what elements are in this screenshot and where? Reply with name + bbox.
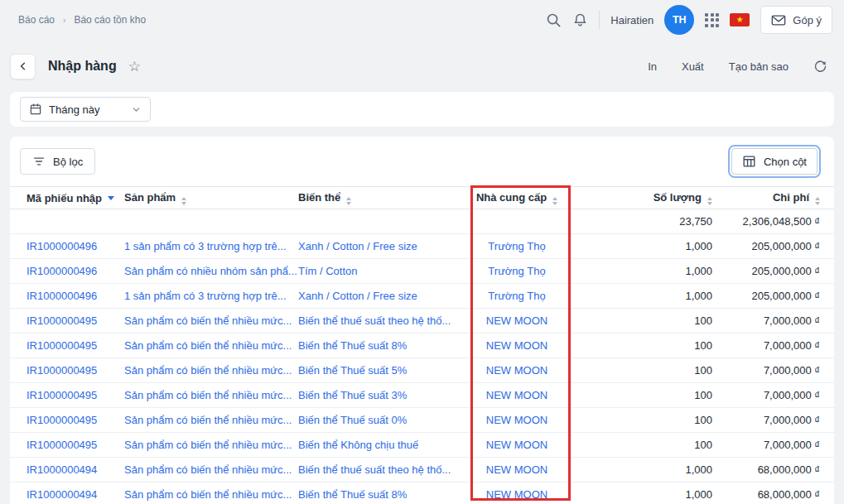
supplier-cell[interactable]: NEW MOON (462, 309, 572, 334)
product-cell[interactable]: Sản phẩm có biến thể nhiều mức... (124, 334, 298, 358)
variant-cell[interactable]: Biến thể thuế suất theo hệ thố... (298, 309, 462, 334)
report-table: Mã phiếu nhập Sản phẩm Biến thể Nhà cung… (10, 186, 834, 504)
supplier-cell[interactable]: NEW MOON (462, 383, 572, 408)
supplier-cell[interactable]: NEW MOON (462, 433, 572, 458)
sort-icon (552, 197, 557, 205)
receipt-code-cell[interactable]: IR1000000495 (10, 433, 124, 458)
receipt-code-link: IR1000000496 (27, 240, 97, 252)
receipt-code-cell[interactable]: IR1000000495 (10, 358, 124, 383)
product-link: 1 sản phẩm có 3 trường hợp trê... (124, 290, 287, 302)
variant-cell[interactable]: Biến thể Thuế suất 8% (298, 334, 462, 358)
variant-link: Biến thể Thuế suất 5% (298, 364, 407, 377)
apps-grid-icon[interactable] (705, 13, 719, 27)
product-cell[interactable]: Sản phẩm có nhiều nhóm sản phẩ... (124, 259, 298, 284)
quantity-cell: 100 (572, 433, 712, 458)
column-header-supplier[interactable]: Nhà cung cấp (462, 187, 572, 209)
product-cell[interactable]: Sản phẩm có biến thể nhiều mức... (124, 309, 298, 334)
notifications-button[interactable] (572, 12, 588, 28)
supplier-cell[interactable]: Trường Thọ (462, 234, 572, 259)
variant-link: Biến thể Thuế suất 8% (298, 339, 407, 352)
cost-cell: 7,000,000 ₫ (712, 408, 834, 433)
product-cell[interactable]: Sản phẩm có biến thể nhiều mức... (124, 482, 298, 504)
supplier-link: Trường Thọ (488, 265, 545, 277)
quantity-cell: 100 (572, 309, 712, 334)
receipt-code-cell[interactable]: IR1000000496 (10, 234, 124, 259)
supplier-link: NEW MOON (486, 414, 547, 426)
duplicate-button[interactable]: Tạo bản sao (729, 60, 789, 73)
receipt-code-cell[interactable]: IR1000000496 (10, 259, 124, 284)
date-range-dropdown[interactable]: Tháng này (20, 97, 151, 122)
receipt-code-link: IR1000000496 (27, 265, 97, 277)
choose-columns-button[interactable]: Chọn cột (731, 148, 817, 175)
table-row: IR1000000496 1 sản phẩm có 3 trường hợp … (10, 234, 834, 259)
supplier-cell[interactable]: NEW MOON (462, 458, 572, 482)
product-cell[interactable]: Sản phẩm có biến thể nhiều mức... (124, 383, 298, 408)
supplier-cell[interactable]: NEW MOON (462, 334, 572, 358)
receipt-code-cell[interactable]: IR1000000494 (10, 482, 124, 504)
table-row: IR1000000495 Sản phẩm có biến thể nhiều … (10, 408, 834, 433)
column-header-product[interactable]: Sản phẩm (124, 187, 298, 209)
supplier-link: NEW MOON (486, 364, 547, 377)
refresh-button[interactable] (813, 60, 827, 74)
product-cell[interactable]: Sản phẩm có biến thể nhiều mức... (124, 458, 298, 482)
product-cell[interactable]: Sản phẩm có biến thể nhiều mức... (124, 433, 298, 458)
user-name: Hairatien (610, 14, 653, 26)
back-button[interactable] (10, 54, 36, 79)
variant-cell[interactable]: Biến thể Thuế suất 3% (298, 383, 462, 408)
columns-icon (742, 155, 756, 168)
cost-cell: 205,000,000 ₫ (712, 284, 834, 309)
variant-link: Tím / Cotton (298, 265, 358, 277)
column-header-quantity[interactable]: Số lượng (572, 187, 712, 209)
column-header-receipt-code[interactable]: Mã phiếu nhập (10, 187, 124, 209)
receipt-code-cell[interactable]: IR1000000495 (10, 334, 124, 358)
receipt-code-cell[interactable]: IR1000000496 (10, 284, 124, 309)
favorite-star-icon[interactable]: ☆ (128, 60, 141, 74)
vietnam-flag-icon[interactable]: ★ (730, 13, 750, 26)
sort-icon (181, 197, 186, 205)
supplier-cell[interactable]: NEW MOON (462, 482, 572, 504)
variant-cell[interactable]: Tím / Cotton (298, 259, 462, 284)
filters-button[interactable]: Bộ lọc (20, 148, 95, 175)
variant-cell[interactable]: Biến thể Thuế suất 0% (298, 408, 462, 433)
product-cell[interactable]: 1 sản phẩm có 3 trường hợp trê... (124, 284, 298, 309)
search-button[interactable] (546, 12, 562, 28)
receipt-code-cell[interactable]: IR1000000494 (10, 458, 124, 482)
variant-cell[interactable]: Biến thể thuế suất theo hệ thố... (298, 458, 462, 482)
product-cell[interactable]: Sản phẩm có biến thể nhiều mức... (124, 408, 298, 433)
product-cell[interactable]: Sản phẩm có biến thể nhiều mức... (124, 358, 298, 383)
supplier-cell[interactable]: Trường Thọ (462, 259, 572, 284)
cost-cell: 7,000,000 ₫ (712, 358, 834, 383)
feedback-label: Góp ý (793, 14, 822, 26)
variant-cell[interactable]: Biến thể Thuế suất 8% (298, 482, 462, 504)
product-link: Sản phẩm có biến thể nhiều mức... (124, 314, 292, 327)
variant-cell[interactable]: Xanh / Cotton / Free size (298, 284, 462, 309)
variant-link: Xanh / Cotton / Free size (298, 240, 417, 252)
supplier-cell[interactable]: Trường Thọ (462, 284, 572, 309)
supplier-link: NEW MOON (486, 389, 547, 401)
table-toolbar: Bộ lọc Chọn cột (10, 137, 834, 186)
supplier-cell[interactable]: NEW MOON (462, 408, 572, 433)
column-header-cost[interactable]: Chi phí (712, 187, 834, 209)
supplier-cell[interactable]: NEW MOON (462, 358, 572, 383)
chevron-left-icon (17, 60, 29, 72)
breadcrumb-link-inventory-report[interactable]: Báo cáo tồn kho (74, 14, 146, 26)
column-header-variant[interactable]: Biến thể (298, 187, 462, 209)
avatar[interactable]: TH (664, 5, 694, 35)
export-button[interactable]: Xuất (682, 60, 704, 73)
breadcrumb-link-reports[interactable]: Báo cáo (18, 14, 55, 26)
variant-cell[interactable]: Xanh / Cotton / Free size (298, 234, 462, 259)
topbar-divider (599, 11, 600, 29)
table-row: IR1000000496 Sản phẩm có nhiều nhóm sản … (10, 259, 834, 284)
sort-icon (815, 197, 820, 205)
page-title: Nhập hàng (48, 59, 117, 74)
receipt-code-cell[interactable]: IR1000000495 (10, 309, 124, 334)
print-button[interactable]: In (648, 60, 657, 73)
breadcrumb: Báo cáo › Báo cáo tồn kho (18, 14, 146, 26)
receipt-code-cell[interactable]: IR1000000495 (10, 383, 124, 408)
bell-icon (572, 12, 588, 28)
variant-cell[interactable]: Biến thể Không chịu thuế (298, 433, 462, 458)
feedback-button[interactable]: Góp ý (760, 6, 832, 34)
receipt-code-cell[interactable]: IR1000000495 (10, 408, 124, 433)
variant-cell[interactable]: Biến thể Thuế suất 5% (298, 358, 462, 383)
product-cell[interactable]: 1 sản phẩm có 3 trường hợp trê... (124, 234, 298, 259)
